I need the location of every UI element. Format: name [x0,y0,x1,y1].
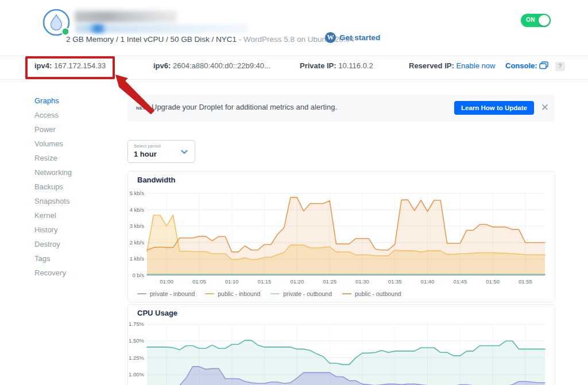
svg-text:01:45: 01:45 [453,278,467,285]
svg-text:0 b/s: 0 b/s [132,272,144,278]
sidebar-item-networking[interactable]: Networking [34,166,115,180]
power-toggle[interactable]: ON [521,14,551,27]
sidebar-item-access[interactable]: Access [34,108,115,123]
sidebar-item-graphs[interactable]: Graphs [34,94,115,108]
bandwidth-title: Bandwidth [137,176,175,184]
bandwidth-card: Bandwidth 01:0001:0501:1001:1501:2001:25… [127,171,555,302]
private-ip-field: Private IP: 10.116.0.2 [300,61,373,70]
wordpress-icon: W [325,32,336,43]
droplet-name-blurred [75,11,177,23]
legend-item-public-outbound: public - outbound [342,290,401,297]
sidebar-item-resize[interactable]: Resize [34,151,115,166]
toggle-on-label: ON [526,17,535,23]
svg-text:1.75%: 1.75% [129,321,144,327]
help-button[interactable]: ? [555,62,565,71]
sidebar-item-kernel[interactable]: Kernel [34,209,115,223]
legend-item-private-outbound: private - outbound [270,290,332,297]
svg-text:1.50%: 1.50% [129,337,144,344]
private-ip-value: 10.116.0.2 [338,61,373,70]
cpu-title: CPU Usage [137,309,177,317]
sidebar-item-snapshots[interactable]: Snapshots [34,195,115,209]
learn-how-to-update-button[interactable]: Learn How to Update [454,101,534,115]
new-badge: NEW! [136,106,149,111]
ipbar-divider [0,79,588,80]
ip-bar: ipv4: 167.172.154.33 ipv6: 2604:a880:400… [0,56,588,79]
legend-dash-icon [342,293,351,294]
period-select[interactable]: Select period 1 hour [127,140,195,163]
ipv6-field: ipv6: 2604:a880:400:d0::22b9:40... [153,61,270,70]
svg-text:2 kb/s: 2 kb/s [130,239,145,246]
status-dot-online [63,29,69,35]
get-started-label: Get started [339,33,380,42]
legend-item-private-inbound: private - inbound [137,290,195,297]
console-field: Console: ? [505,61,565,71]
legend-dash-icon [137,293,146,294]
banner-message: Upgrade your Droplet for additional metr… [152,103,337,111]
droplet-specs: 2 GB Memory / 1 Intel vCPU / 50 GB Disk … [66,35,354,44]
private-ip-label: Private IP: [300,61,336,70]
svg-text:01:10: 01:10 [225,278,239,285]
banner-close-icon[interactable]: ✕ [541,102,549,114]
ipv4-value: 167.172.154.33 [54,61,106,70]
sidebar-item-power[interactable]: Power [34,123,115,137]
reserved-ip-field: Reserved IP: Enable now [409,61,495,70]
svg-text:01:25: 01:25 [323,278,336,285]
svg-text:5 kb/s: 5 kb/s [130,190,145,196]
reserved-ip-label: Reserved IP: [409,61,454,70]
sidebar-item-history[interactable]: History [34,223,115,238]
legend-dash-icon [205,293,214,294]
svg-text:01:30: 01:30 [355,278,369,285]
upgrade-banner: NEW! Upgrade your Droplet for additional… [127,95,554,122]
sidebar-item-backups[interactable]: Backups [34,180,115,195]
svg-text:3 kb/s: 3 kb/s [130,223,145,229]
droplet-url-blurred [75,24,247,33]
sidebar-nav: GraphsAccessPowerVolumesResizeNetworking… [34,94,115,281]
svg-text:01:20: 01:20 [290,278,304,285]
svg-text:01:35: 01:35 [388,278,402,285]
droplet-logo [41,7,71,37]
svg-text:01:05: 01:05 [192,278,206,285]
svg-text:01:55: 01:55 [519,278,532,285]
svg-text:4 kb/s: 4 kb/s [130,207,145,213]
svg-text:01:15: 01:15 [258,278,272,285]
sidebar-item-recovery[interactable]: Recovery [34,266,115,281]
ipv6-value: 2604:a880:400:d0::22b9:40... [173,61,270,70]
period-select-value: 1 hour [134,150,157,158]
console-link[interactable]: Console: [505,61,537,70]
get-started-link[interactable]: W Get started [325,32,380,43]
sidebar-item-destroy[interactable]: Destroy [34,238,115,252]
svg-text:1 kb/s: 1 kb/s [130,255,145,262]
chevron-down-icon [181,150,188,154]
sidebar-item-tags[interactable]: Tags [34,252,115,266]
cpu-card: CPU Usage 1.75%1.50%1.25%1.00% [127,304,555,385]
svg-text:01:50: 01:50 [486,278,500,285]
period-select-label: Select period [134,143,161,149]
svg-text:1.00%: 1.00% [129,371,144,378]
console-window-icon[interactable] [539,61,548,69]
sidebar-item-volumes[interactable]: Volumes [34,137,115,151]
legend-dash-icon [270,293,280,294]
cpu-chart: 1.75%1.50%1.25%1.00% [128,320,554,385]
ipv4-label: ipv4: [34,61,52,70]
svg-text:01:00: 01:00 [160,278,173,285]
enable-now-link[interactable]: Enable now [456,61,495,70]
bandwidth-chart: 01:0001:0501:1001:1501:2001:2501:3001:35… [128,186,554,291]
ipv4-field: ipv4: 167.172.154.33 [34,61,106,70]
legend-item-public-inbound: public - inbound [205,290,260,297]
toggle-knob [539,15,550,26]
bandwidth-legend: private - inboundpublic - inboundprivate… [137,290,401,297]
svg-text:01:40: 01:40 [421,278,435,285]
svg-text:1.25%: 1.25% [129,355,144,361]
ipv6-label: ipv6: [153,61,171,70]
